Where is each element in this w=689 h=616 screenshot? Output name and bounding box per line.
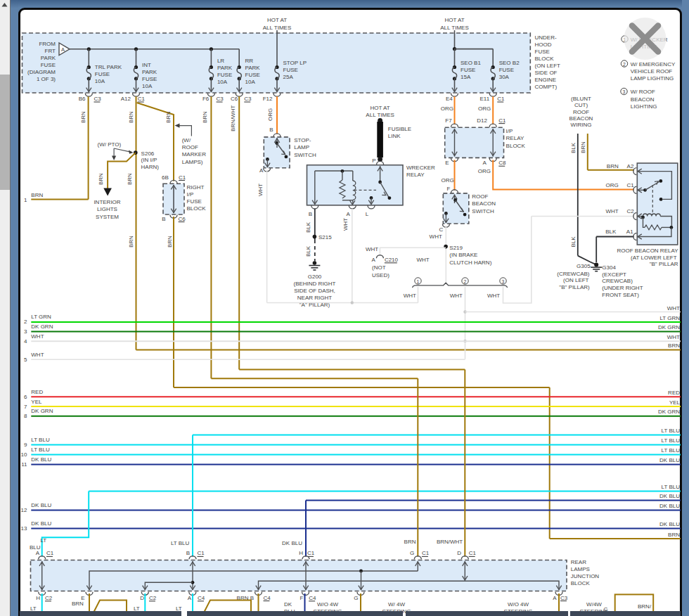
svg-text:WHT: WHT xyxy=(31,333,44,340)
svg-text:C8: C8 xyxy=(498,160,506,166)
svg-text:BRN: BRN xyxy=(127,173,133,185)
svg-text:W/ EMERGENCY: W/ EMERGENCY xyxy=(631,61,676,68)
svg-text:CREWCAB): CREWCAB) xyxy=(602,278,633,284)
svg-text:6B: 6B xyxy=(162,174,169,181)
svg-text:LAMPS: LAMPS xyxy=(571,566,590,572)
svg-text:INT: INT xyxy=(142,62,151,68)
svg-text:BRN/WHT: BRN/WHT xyxy=(437,539,463,545)
svg-text:ORG: ORG xyxy=(478,105,491,112)
svg-text:ROOF: ROOF xyxy=(573,109,589,115)
svg-text:B6: B6 xyxy=(79,96,86,102)
svg-text:BRN: BRN xyxy=(167,236,173,248)
svg-text:(BEHIND RIGHT: (BEHIND RIGHT xyxy=(294,281,336,287)
svg-text:BRN: BRN xyxy=(31,192,43,198)
svg-text:HOOD: HOOD xyxy=(535,41,552,48)
svg-text:E11: E11 xyxy=(479,96,489,102)
svg-text:"B" PILLAR: "B" PILLAR xyxy=(650,261,678,267)
svg-text:W/4W: W/4W xyxy=(586,601,602,608)
svg-text:LAMP LIGHTING: LAMP LIGHTING xyxy=(631,75,674,82)
svg-text:BLU: BLU xyxy=(30,544,41,551)
svg-text:USED): USED) xyxy=(372,272,389,278)
svg-text:C1: C1 xyxy=(307,550,315,556)
svg-text:C2: C2 xyxy=(45,595,53,601)
svg-text:11: 11 xyxy=(21,461,27,468)
svg-text:A: A xyxy=(346,211,350,217)
svg-text:DK GRN: DK GRN xyxy=(31,323,53,330)
svg-text:(IN I/P: (IN I/P xyxy=(141,157,157,163)
svg-text:DK BLU: DK BLU xyxy=(659,493,680,499)
svg-text:H: H xyxy=(299,550,303,556)
svg-text:LIGHTING: LIGHTING xyxy=(631,103,657,110)
svg-text:B: B xyxy=(162,216,165,222)
svg-text:G: G xyxy=(354,595,358,601)
svg-text:LT BLU: LT BLU xyxy=(662,484,681,490)
svg-text:30A: 30A xyxy=(499,74,510,80)
svg-text:LAMP: LAMP xyxy=(294,144,309,150)
svg-text:(ON LEFT: (ON LEFT xyxy=(563,277,589,283)
svg-text:(W/ PTO): (W/ PTO) xyxy=(98,141,122,148)
svg-text:C210: C210 xyxy=(385,257,399,263)
svg-text:YEL: YEL xyxy=(669,399,681,406)
svg-text:SIDE OF: SIDE OF xyxy=(535,70,558,76)
svg-text:C1: C1 xyxy=(422,550,430,556)
svg-text:WHT: WHT xyxy=(605,208,618,214)
svg-text:7: 7 xyxy=(24,404,27,410)
svg-text:F7: F7 xyxy=(445,117,452,124)
svg-text:BLOCK: BLOCK xyxy=(506,143,526,149)
svg-text:(UNDER RIGHT: (UNDER RIGHT xyxy=(602,285,643,291)
svg-text:BRN: BRN xyxy=(668,532,680,538)
svg-text:BLK: BLK xyxy=(605,229,617,235)
svg-text:1 OF 3): 1 OF 3) xyxy=(37,76,56,82)
svg-text:LT GRN: LT GRN xyxy=(31,314,51,320)
svg-text:PARK: PARK xyxy=(142,69,157,75)
svg-text:REAR: REAR xyxy=(571,559,586,565)
svg-text:LT BLU: LT BLU xyxy=(662,437,681,444)
svg-text:JUNCTION: JUNCTION xyxy=(571,573,600,579)
svg-text:C1: C1 xyxy=(179,174,186,181)
svg-text:C2: C2 xyxy=(627,208,635,214)
svg-text:S206: S206 xyxy=(141,150,155,157)
svg-text:A: A xyxy=(61,46,65,53)
svg-text:2: 2 xyxy=(623,62,626,67)
svg-text:3: 3 xyxy=(623,89,626,94)
svg-text:B: B xyxy=(269,127,273,133)
svg-text:DK BLU: DK BLU xyxy=(659,521,680,527)
svg-text:DK GRN: DK GRN xyxy=(31,408,53,414)
svg-text:FUSE: FUSE xyxy=(461,67,475,73)
svg-text:FRONT SEAT): FRONT SEAT) xyxy=(602,292,639,298)
svg-text:10A: 10A xyxy=(217,79,228,85)
svg-text:(CREWCAB): (CREWCAB) xyxy=(557,271,590,277)
svg-text:RELAY: RELAY xyxy=(406,172,425,178)
svg-text:E4: E4 xyxy=(446,96,453,102)
svg-text:3: 3 xyxy=(24,328,27,335)
svg-text:WIRING: WIRING xyxy=(571,122,592,128)
svg-text:A: A xyxy=(188,595,192,601)
svg-text:ALL TIMES: ALL TIMES xyxy=(440,25,468,31)
svg-text:FUSE: FUSE xyxy=(95,71,110,77)
svg-text:LT BLU: LT BLU xyxy=(31,437,50,443)
svg-text:A12: A12 xyxy=(121,96,131,102)
svg-text:HOT AT: HOT AT xyxy=(371,105,390,111)
svg-text:DK: DK xyxy=(284,601,292,608)
svg-text:ORG: ORG xyxy=(441,105,453,112)
svg-text:WHT: WHT xyxy=(450,293,463,299)
svg-text:MARKER: MARKER xyxy=(182,151,206,158)
svg-text:FUSE: FUSE xyxy=(499,67,514,73)
svg-text:WHT: WHT xyxy=(487,293,500,299)
svg-text:BRN: BRN xyxy=(668,342,680,349)
svg-text:FUSE: FUSE xyxy=(245,72,260,78)
svg-text:SWITCH: SWITCH xyxy=(472,208,494,214)
svg-text:ORG: ORG xyxy=(441,177,453,184)
svg-text:A2: A2 xyxy=(627,163,634,169)
svg-text:D: D xyxy=(457,550,461,556)
svg-text:F12: F12 xyxy=(263,96,273,102)
svg-text:C1: C1 xyxy=(198,550,205,556)
svg-text:W/O 4W: W/O 4W xyxy=(508,601,529,608)
svg-text:A: A xyxy=(553,595,557,601)
svg-text:12: 12 xyxy=(21,507,27,513)
svg-text:C2: C2 xyxy=(149,595,157,601)
svg-text:RIGHT: RIGHT xyxy=(187,184,205,191)
svg-text:WHT: WHT xyxy=(366,246,378,252)
svg-text:WHT: WHT xyxy=(416,257,429,263)
svg-text:WHT: WHT xyxy=(667,305,680,312)
